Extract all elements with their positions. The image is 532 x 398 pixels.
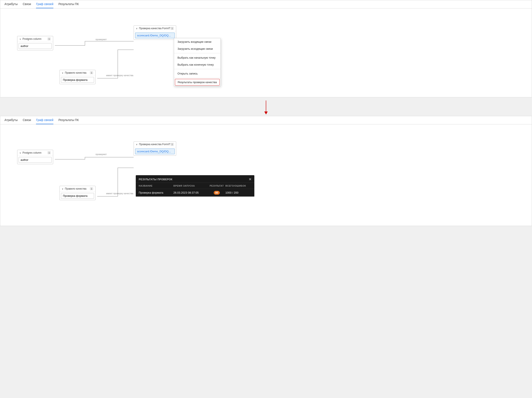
node-quality-rule-2-item[interactable]: Проверка формата [61,193,94,199]
ctx-load-incoming[interactable]: Загрузить входящие связи [174,38,221,45]
ctx-select-end[interactable]: Выбрать как конечную точку [174,61,221,68]
node-quality-check-2-count: 1 [171,143,174,146]
node-quality-rule-2-count: 1 [90,187,93,190]
results-close-button[interactable]: ✕ [249,177,252,181]
node-quality-rule-1-item[interactable]: Проверка формата [61,77,94,83]
node-postgres-2-count: 1 [47,151,51,154]
ctx-open-record[interactable]: Открыть запись [174,70,221,77]
node-quality-rule-1: ∨ Правило качества 1 Проверка формата [59,70,95,84]
panel-2: Атрибуты Связи Граф связей Результаты ПК… [0,116,532,226]
results-table-header: РЕЗУЛЬТАТЫ ПРОВЕРОК ✕ [136,175,254,183]
node-postgres-1-count: 1 [47,37,51,40]
results-table: РЕЗУЛЬТАТЫ ПРОВЕРОК ✕ НАЗВАНИЕ ВРЕМЯ ЗАП… [136,175,254,197]
arrow-head [264,112,268,114]
tab-relations-1[interactable]: Связи [23,0,31,8]
node-postgres-1: ∨ Postgres column 1 author [17,36,53,50]
node-postgres-2-item[interactable]: author [19,157,52,163]
node-quality-rule-2-header: ∨ Правило качества 1 [60,186,95,192]
ctx-quality-results[interactable]: Результаты проверок качества [175,79,220,86]
ctx-divider-3 [174,78,221,78]
result-badge-col: 80 [208,191,225,194]
edge-label-checks-1: проверяет [95,38,107,41]
ctx-select-start[interactable]: Выбрать как начальную точку [174,54,221,61]
tabs-1: Атрибуты Связи Граф связей Результаты ПК [0,0,532,8]
node-quality-rule-2: ∨ Правило качества 1 Проверка формата [59,186,95,200]
chevron-icon-qr-1: ∨ [62,72,63,74]
graph-area-2: проверяет имеет проверку качества ∨ Post… [0,124,532,225]
chevron-icon-qr-2: ∨ [62,188,63,190]
results-table-title: РЕЗУЛЬТАТЫ ПРОВЕРОК [139,178,172,181]
tabs-2: Атрибуты Связи Граф связей Результаты ПК [0,116,532,124]
panel-1: Атрибуты Связи Граф связей Результаты ПК… [0,0,532,97]
arrow-line [266,100,266,112]
tab-graph-2[interactable]: Граф связей [36,116,53,124]
result-name: Проверка формата [139,191,173,194]
col-name-header: НАЗВАНИЕ [139,185,173,187]
chevron-icon-1: ∨ [19,38,21,40]
node-quality-check-1-count: 1 [171,27,174,30]
chevron-icon-qc-1: ∨ [136,27,137,30]
connectors-svg-2 [0,124,532,225]
tab-attributes-2[interactable]: Атрибуты [4,116,18,124]
col-time-header: ВРЕМЯ ЗАПУСКА [173,185,208,187]
ctx-divider-1 [174,53,221,53]
tab-results-1[interactable]: Результаты ПК [58,0,79,8]
result-total: 1000 / 200 [225,191,251,194]
chevron-icon-p2: ∨ [19,152,21,154]
result-badge: 80 [214,191,220,195]
ctx-load-outgoing[interactable]: Загрузить исходящие связи [174,45,221,52]
node-postgres-2-header: ∨ Postgres column 1 [17,150,53,156]
result-time: 26.03.2023 08:37:05 [173,191,208,194]
arrow-section [0,99,532,116]
results-table-row: Проверка формата 26.03.2023 08:37:05 80 … [136,189,254,197]
node-quality-check-1: ∨ Проверка качества FormIT 1 scorecard:/… [134,25,176,40]
node-quality-check-1-item[interactable]: scorecard:/Demo_DQ/DQ... [135,33,175,38]
node-postgres-2: ∨ Postgres column 1 author [17,150,53,164]
context-menu-1: Загрузить входящие связи Загрузить исход… [174,38,221,86]
node-quality-rule-1-count: 1 [90,71,93,74]
node-quality-check-2: ∨ Проверка качества FormIT 1 scorecard:/… [134,141,176,156]
red-arrow [264,100,268,114]
chevron-icon-qc-2: ∨ [136,143,137,146]
node-quality-rule-1-header: ∨ Правило качества 1 [60,70,95,76]
node-postgres-1-item[interactable]: author [19,43,52,49]
tab-graph-1[interactable]: Граф связей [36,0,53,8]
results-table-columns: НАЗВАНИЕ ВРЕМЯ ЗАПУСКА РЕЗУЛЬТАТ ВСЕГО/О… [136,183,254,189]
col-total-header: ВСЕГО/ОШИБОК [225,185,251,187]
edge-label-checks-2: проверяет [95,153,107,155]
col-result-header: РЕЗУЛЬТАТ [208,185,225,187]
node-quality-check-2-header: ∨ Проверка качества FormIT 1 [134,142,176,147]
edge-label-has-check-2: имеет проверку качества [106,192,133,195]
edge-label-has-check-1: имеет проверку качества [106,74,133,77]
node-quality-check-2-item[interactable]: scorecard:/Demo_DQ/DQ... [135,149,175,154]
tab-results-2[interactable]: Результаты ПК [58,116,79,124]
node-postgres-1-header: ∨ Postgres column 1 [17,36,53,42]
tab-relations-2[interactable]: Связи [23,116,31,124]
node-quality-check-1-header: ∨ Проверка качества FormIT 1 [134,26,176,31]
tab-attributes-1[interactable]: Атрибуты [4,0,18,8]
ctx-divider-2 [174,69,221,69]
graph-area-1: проверяет имеет проверку качества ∨ Post… [0,8,532,96]
